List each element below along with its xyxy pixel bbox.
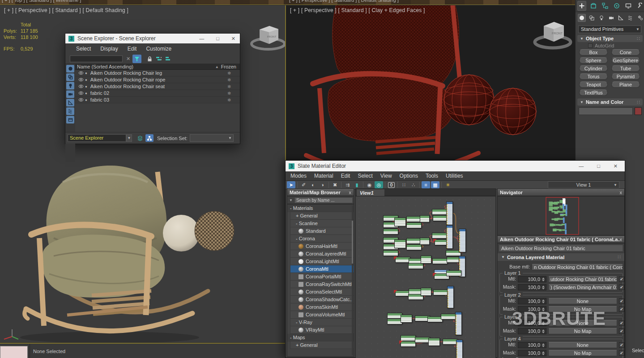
mask-slot-button[interactable]: No Map — [548, 328, 617, 334]
object-name-field[interactable] — [579, 107, 633, 115]
material-node[interactable] — [456, 340, 463, 358]
editor-menu-material[interactable]: Material — [314, 173, 333, 179]
display-lights-icon[interactable] — [66, 82, 74, 90]
viewport-label[interactable]: [ + ] [ Perspective ] [ Standard ] [ Def… — [4, 7, 128, 13]
list-column-header[interactable]: Name (Sorted Ascending) ▲ Frozen — [75, 64, 240, 70]
hide-unused-nodeslots-icon[interactable]: ▮ — [353, 181, 361, 188]
move-children-icon[interactable]: ⇉ — [343, 181, 352, 188]
category-shapes-icon[interactable] — [588, 14, 596, 22]
mtl-enabled-checkbox[interactable] — [619, 320, 624, 326]
map-node[interactable] — [421, 256, 431, 264]
visibility-eye-icon[interactable] — [79, 98, 83, 102]
material-parameter-editor-icon[interactable]: ≡ — [422, 181, 430, 188]
map-node[interactable] — [387, 319, 402, 324]
object-name[interactable]: fabric 03 — [90, 97, 109, 102]
editor-menu-edit[interactable]: Edit — [341, 173, 350, 179]
map-node[interactable] — [406, 222, 422, 228]
autogrid-box[interactable] — [588, 43, 593, 48]
navigator-minimap[interactable] — [497, 196, 625, 235]
mtl-slot-button[interactable]: None — [548, 298, 617, 304]
browser-material-item[interactable]: CoronaLightMtl — [290, 258, 354, 265]
minimize-button[interactable]: — — [579, 163, 584, 169]
mtl-enabled-checkbox[interactable] — [619, 277, 624, 282]
top-right-viewport-label[interactable]: [ + ] [ Perspective ] [ Standard ] [ Def… — [289, 0, 399, 3]
editor-menu-options[interactable]: Options — [400, 173, 418, 179]
node-graph-canvas[interactable] — [355, 196, 496, 358]
browser-group[interactable]: + General — [290, 212, 354, 220]
object-dot-icon[interactable]: ● — [85, 85, 87, 89]
tab-utilities[interactable] — [635, 1, 644, 11]
filter-funnel-button[interactable] — [132, 55, 141, 63]
frozen-column-header[interactable]: Frozen — [219, 64, 240, 69]
object-type-button-cylinder[interactable]: Cylinder — [579, 65, 608, 72]
minimize-button[interactable]: — — [199, 36, 204, 41]
display-containers-icon[interactable] — [66, 116, 74, 124]
close-button[interactable]: ✕ — [231, 36, 235, 42]
object-type-button-pyramid[interactable]: Pyramid — [611, 73, 640, 80]
editor-menu-select[interactable]: Select — [358, 173, 372, 179]
object-type-button-teapot[interactable]: Teapot — [579, 81, 608, 88]
tab-view1[interactable]: View1 — [357, 189, 384, 196]
map-node[interactable] — [420, 238, 430, 245]
browser-material-item[interactable]: CoronaMtl — [290, 265, 354, 273]
delete-selected-icon[interactable]: ✖ — [331, 181, 339, 188]
map-node[interactable] — [387, 313, 402, 319]
pick-material-from-object-icon[interactable]: ✐ — [299, 181, 308, 188]
category-lights-icon[interactable] — [597, 14, 606, 22]
browser-material-item[interactable]: CoronaShadowCatc.. — [290, 296, 354, 303]
close-button[interactable]: ✕ — [614, 163, 618, 169]
browser-group[interactable]: - Scanline — [290, 220, 354, 227]
show-material-in-viewport-icon[interactable]: ◎ — [375, 181, 383, 188]
browser-material-item[interactable]: CoronaSkinMtl — [290, 303, 354, 311]
close-panel-icon[interactable]: x — [620, 190, 623, 195]
mask-slot-button[interactable]: No Map — [548, 350, 617, 356]
corona-layered-material-rollout[interactable]: ▼ Corona Layered Material ∷ — [498, 253, 624, 261]
material-node[interactable] — [459, 229, 466, 252]
explorer-menu-customize[interactable]: Customize — [146, 46, 171, 52]
object-type-button-geosphere[interactable]: GeoSphere — [611, 57, 640, 64]
object-type-button-plane[interactable]: Plane — [611, 81, 640, 88]
browser-material-item[interactable]: CoronaPortalMtl — [290, 273, 354, 281]
frozen-icon[interactable]: ❄ — [227, 71, 231, 76]
map-node[interactable] — [433, 215, 448, 221]
material-node[interactable] — [446, 225, 453, 249]
explorer-search-input[interactable] — [70, 55, 123, 62]
object-type-button-cone[interactable]: Cone — [611, 49, 640, 55]
object-type-rollout[interactable]: ▼Object Type∷ — [577, 35, 643, 42]
maxscript-mini-listener[interactable] — [0, 346, 28, 358]
close-panel-icon[interactable]: x — [620, 237, 623, 242]
mask-amount-spinner[interactable]: 100,0 — [518, 284, 546, 290]
category-helpers-icon[interactable] — [617, 14, 625, 22]
editor-menu-view[interactable]: View — [380, 173, 392, 179]
mask-enabled-checkbox[interactable] — [619, 350, 624, 356]
viewcube[interactable]: FRONT — [530, 14, 575, 54]
browser-material-item[interactable]: CoronaHairMtl — [290, 243, 354, 250]
frozen-icon[interactable]: ❄ — [227, 77, 231, 82]
display-shapes-icon[interactable] — [66, 73, 74, 81]
select-by-material-icon[interactable]: ✳ — [444, 181, 452, 188]
explorer-view-dropdown[interactable]: Scene Explorer — [68, 134, 126, 142]
map-node[interactable] — [432, 209, 447, 215]
browser-section[interactable]: - Materials — [287, 205, 354, 212]
assign-material-to-selection-icon[interactable]: ◐ — [309, 181, 317, 188]
visibility-eye-icon[interactable] — [79, 71, 83, 75]
map-node[interactable] — [401, 341, 416, 347]
mtl-slot-button[interactable]: None — [548, 342, 617, 348]
explorer-row[interactable]: ●fabric 02❄ — [75, 90, 240, 97]
mtl-slot-button[interactable]: None — [548, 320, 617, 326]
tab-motion[interactable] — [612, 1, 621, 11]
top-viewport-label[interactable]: [ + ] [ Top ] [ Standard ] [ Wireframe ] — [2, 0, 81, 3]
category-cameras-icon[interactable] — [607, 14, 615, 22]
object-type-button-torus[interactable]: Torus — [579, 73, 608, 80]
browser-scrollbar[interactable] — [352, 205, 353, 355]
viewcube[interactable]: FRONT — [247, 19, 285, 55]
material-explorer-icon[interactable]: ▦ — [431, 181, 439, 188]
base-mtl-button[interactable]: n Outdoor Rocking Chair 01 fabric ( Coro… — [532, 264, 623, 270]
selection-set-dropdown[interactable]: ▼ — [190, 134, 234, 142]
map-node[interactable] — [432, 258, 448, 264]
object-name[interactable]: Aiken Outdoor Rocking Chair leg — [90, 70, 162, 76]
expand-tree-icon[interactable] — [154, 55, 163, 63]
browser-material-item[interactable]: CoronaLayeredMtl — [290, 250, 354, 258]
category-spacewarps-icon[interactable] — [627, 14, 635, 22]
tab-hierarchy[interactable] — [601, 1, 610, 11]
